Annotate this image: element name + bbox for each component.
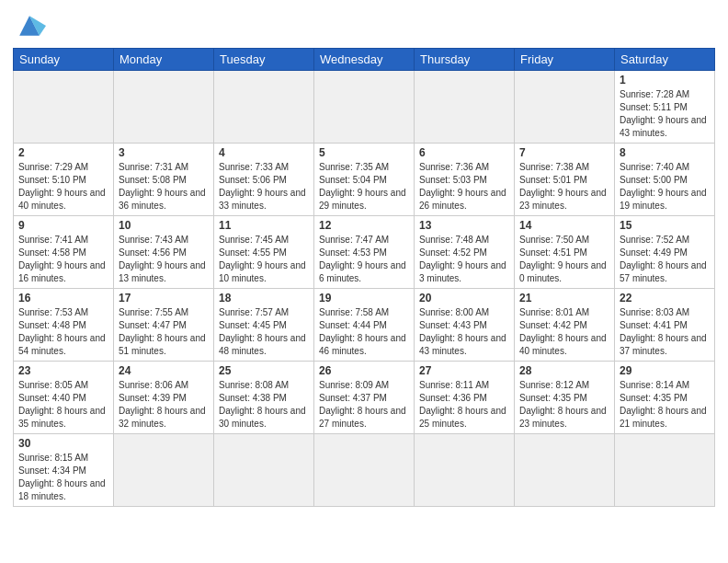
day-number: 22 xyxy=(620,292,710,304)
day-cell: 26Sunrise: 8:09 AM Sunset: 4:37 PM Dayli… xyxy=(314,362,415,434)
day-number: 23 xyxy=(18,364,108,377)
day-info: Sunrise: 7:40 AM Sunset: 5:00 PM Dayligh… xyxy=(620,161,710,213)
weekday-header-friday: Friday xyxy=(515,49,615,71)
day-info: Sunrise: 8:09 AM Sunset: 4:37 PM Dayligh… xyxy=(319,379,409,431)
day-cell: 25Sunrise: 8:08 AM Sunset: 4:38 PM Dayli… xyxy=(214,362,314,434)
day-number: 14 xyxy=(519,219,609,232)
week-row-5: 23Sunrise: 8:05 AM Sunset: 4:40 PM Dayli… xyxy=(14,362,715,434)
day-info: Sunrise: 7:29 AM Sunset: 5:10 PM Dayligh… xyxy=(18,161,108,213)
weekday-header-row: SundayMondayTuesdayWednesdayThursdayFrid… xyxy=(14,49,715,71)
day-number: 10 xyxy=(119,219,209,232)
day-info: Sunrise: 8:06 AM Sunset: 4:39 PM Dayligh… xyxy=(119,379,209,431)
day-number: 3 xyxy=(119,146,209,159)
day-cell: 19Sunrise: 7:58 AM Sunset: 4:44 PM Dayli… xyxy=(314,289,415,362)
day-info: Sunrise: 7:45 AM Sunset: 4:55 PM Dayligh… xyxy=(219,234,309,285)
weekday-header-tuesday: Tuesday xyxy=(214,49,314,71)
day-number: 4 xyxy=(219,146,309,159)
day-cell: 21Sunrise: 8:01 AM Sunset: 4:42 PM Dayli… xyxy=(515,289,615,362)
day-cell: 1Sunrise: 7:28 AM Sunset: 5:11 PM Daylig… xyxy=(615,71,715,144)
day-info: Sunrise: 8:14 AM Sunset: 4:35 PM Dayligh… xyxy=(620,379,710,431)
day-cell xyxy=(214,434,314,507)
day-info: Sunrise: 8:05 AM Sunset: 4:40 PM Dayligh… xyxy=(18,379,108,431)
day-info: Sunrise: 7:28 AM Sunset: 5:11 PM Dayligh… xyxy=(620,88,710,140)
day-number: 27 xyxy=(419,364,509,377)
week-row-1: 1Sunrise: 7:28 AM Sunset: 5:11 PM Daylig… xyxy=(14,71,715,144)
day-cell: 8Sunrise: 7:40 AM Sunset: 5:00 PM Daylig… xyxy=(615,144,715,216)
day-cell: 6Sunrise: 7:36 AM Sunset: 5:03 PM Daylig… xyxy=(415,144,515,216)
day-cell: 3Sunrise: 7:31 AM Sunset: 5:08 PM Daylig… xyxy=(114,144,214,216)
day-number: 8 xyxy=(620,146,710,159)
day-info: Sunrise: 7:43 AM Sunset: 4:56 PM Dayligh… xyxy=(119,234,209,285)
day-cell: 28Sunrise: 8:12 AM Sunset: 4:35 PM Dayli… xyxy=(515,362,615,434)
day-number: 29 xyxy=(620,364,710,377)
day-cell: 7Sunrise: 7:38 AM Sunset: 5:01 PM Daylig… xyxy=(515,144,615,216)
week-row-2: 2Sunrise: 7:29 AM Sunset: 5:10 PM Daylig… xyxy=(14,144,715,216)
day-number: 25 xyxy=(219,364,309,377)
day-cell: 27Sunrise: 8:11 AM Sunset: 4:36 PM Dayli… xyxy=(415,362,515,434)
day-number: 24 xyxy=(119,364,209,377)
day-number: 6 xyxy=(419,146,509,159)
day-cell: 29Sunrise: 8:14 AM Sunset: 4:35 PM Dayli… xyxy=(615,362,715,434)
day-number: 26 xyxy=(319,364,409,377)
day-cell: 23Sunrise: 8:05 AM Sunset: 4:40 PM Dayli… xyxy=(14,362,114,434)
day-cell: 13Sunrise: 7:48 AM Sunset: 4:52 PM Dayli… xyxy=(415,216,515,289)
day-number: 2 xyxy=(18,146,108,159)
day-info: Sunrise: 7:41 AM Sunset: 4:58 PM Dayligh… xyxy=(18,234,108,285)
day-number: 1 xyxy=(620,74,710,86)
day-cell: 5Sunrise: 7:35 AM Sunset: 5:04 PM Daylig… xyxy=(314,144,415,216)
day-cell: 15Sunrise: 7:52 AM Sunset: 4:49 PM Dayli… xyxy=(615,216,715,289)
week-row-6: 30Sunrise: 8:15 AM Sunset: 4:34 PM Dayli… xyxy=(14,434,715,507)
weekday-header-wednesday: Wednesday xyxy=(314,49,415,71)
weekday-header-saturday: Saturday xyxy=(615,49,715,71)
day-info: Sunrise: 8:01 AM Sunset: 4:42 PM Dayligh… xyxy=(519,306,609,358)
day-number: 20 xyxy=(419,292,509,304)
day-info: Sunrise: 8:11 AM Sunset: 4:36 PM Dayligh… xyxy=(419,379,509,431)
day-number: 18 xyxy=(219,292,309,304)
day-info: Sunrise: 7:48 AM Sunset: 4:52 PM Dayligh… xyxy=(419,234,509,285)
day-info: Sunrise: 8:08 AM Sunset: 4:38 PM Dayligh… xyxy=(219,379,309,431)
day-cell: 18Sunrise: 7:57 AM Sunset: 4:45 PM Dayli… xyxy=(214,289,314,362)
day-info: Sunrise: 7:31 AM Sunset: 5:08 PM Dayligh… xyxy=(119,161,209,213)
day-cell: 4Sunrise: 7:33 AM Sunset: 5:06 PM Daylig… xyxy=(214,144,314,216)
day-cell: 20Sunrise: 8:00 AM Sunset: 4:43 PM Dayli… xyxy=(415,289,515,362)
day-number: 7 xyxy=(519,146,609,159)
day-number: 28 xyxy=(519,364,609,377)
logo xyxy=(13,9,50,42)
day-info: Sunrise: 7:33 AM Sunset: 5:06 PM Dayligh… xyxy=(219,161,309,213)
logo-icon xyxy=(13,9,46,42)
day-number: 30 xyxy=(18,437,108,450)
day-cell xyxy=(114,71,214,144)
weekday-header-monday: Monday xyxy=(114,49,214,71)
day-cell: 9Sunrise: 7:41 AM Sunset: 4:58 PM Daylig… xyxy=(14,216,114,289)
day-number: 13 xyxy=(419,219,509,232)
day-number: 21 xyxy=(519,292,609,304)
day-cell: 12Sunrise: 7:47 AM Sunset: 4:53 PM Dayli… xyxy=(314,216,415,289)
day-cell: 10Sunrise: 7:43 AM Sunset: 4:56 PM Dayli… xyxy=(114,216,214,289)
day-cell xyxy=(214,71,314,144)
day-number: 11 xyxy=(219,219,309,232)
weekday-header-sunday: Sunday xyxy=(14,49,114,71)
day-info: Sunrise: 7:58 AM Sunset: 4:44 PM Dayligh… xyxy=(319,306,409,358)
day-cell xyxy=(515,71,615,144)
day-info: Sunrise: 7:36 AM Sunset: 5:03 PM Dayligh… xyxy=(419,161,509,213)
week-row-3: 9Sunrise: 7:41 AM Sunset: 4:58 PM Daylig… xyxy=(14,216,715,289)
header xyxy=(13,9,715,42)
day-info: Sunrise: 8:12 AM Sunset: 4:35 PM Dayligh… xyxy=(519,379,609,431)
day-info: Sunrise: 7:52 AM Sunset: 4:49 PM Dayligh… xyxy=(620,234,710,285)
day-info: Sunrise: 7:38 AM Sunset: 5:01 PM Dayligh… xyxy=(519,161,609,213)
weekday-header-thursday: Thursday xyxy=(415,49,515,71)
day-cell: 14Sunrise: 7:50 AM Sunset: 4:51 PM Dayli… xyxy=(515,216,615,289)
day-number: 12 xyxy=(319,219,409,232)
day-info: Sunrise: 7:35 AM Sunset: 5:04 PM Dayligh… xyxy=(319,161,409,213)
day-number: 15 xyxy=(620,219,710,232)
calendar: SundayMondayTuesdayWednesdayThursdayFrid… xyxy=(13,48,715,507)
day-info: Sunrise: 7:55 AM Sunset: 4:47 PM Dayligh… xyxy=(119,306,209,358)
day-info: Sunrise: 7:57 AM Sunset: 4:45 PM Dayligh… xyxy=(219,306,309,358)
day-info: Sunrise: 7:47 AM Sunset: 4:53 PM Dayligh… xyxy=(319,234,409,285)
day-number: 9 xyxy=(18,219,108,232)
day-number: 19 xyxy=(319,292,409,304)
day-info: Sunrise: 8:00 AM Sunset: 4:43 PM Dayligh… xyxy=(419,306,509,358)
day-info: Sunrise: 7:53 AM Sunset: 4:48 PM Dayligh… xyxy=(18,306,108,358)
day-cell xyxy=(314,71,415,144)
day-cell xyxy=(14,71,114,144)
